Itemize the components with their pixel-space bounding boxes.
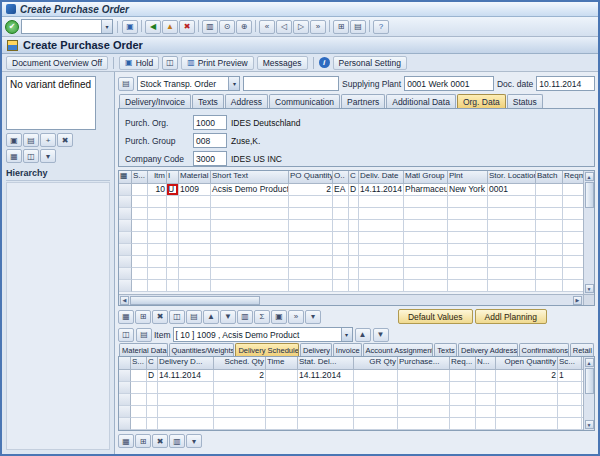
messages-button[interactable]: Messages: [257, 56, 308, 70]
cell-reqmt-no[interactable]: [563, 184, 583, 196]
cell-time[interactable]: [266, 370, 298, 382]
doc-date-field[interactable]: 10.11.2014: [536, 76, 595, 91]
scrollbar-thumb[interactable]: [585, 368, 594, 394]
window-titlebar[interactable]: Create Purchase Order: [2, 2, 598, 17]
print-icon[interactable]: ▥: [202, 20, 218, 34]
table-row-empty[interactable]: [119, 418, 583, 430]
tab-quantities-weights[interactable]: Quantities/Weights: [169, 343, 235, 356]
tree-options-icon[interactable]: ▾: [40, 149, 56, 163]
create-shortcut-icon[interactable]: ▤: [350, 20, 366, 34]
cell-cat[interactable]: D: [349, 184, 359, 196]
chevron-down-icon[interactable]: ▾: [228, 77, 239, 90]
detail-filter-icon[interactable]: ▥: [169, 434, 185, 448]
enter-icon[interactable]: ✔: [5, 20, 19, 34]
column-header[interactable]: Short Text: [211, 171, 289, 184]
tab-status[interactable]: Status: [507, 94, 543, 108]
tab-partners[interactable]: Partners: [341, 94, 385, 108]
cell-cat[interactable]: D: [147, 370, 158, 382]
item-row[interactable]: 10 U 1009 Acsis Demo Product 2 EA D 14.1…: [119, 184, 583, 196]
cell-status[interactable]: [131, 370, 147, 382]
document-icon[interactable]: ▤: [118, 77, 134, 91]
column-header[interactable]: Time: [266, 357, 298, 370]
scroll-right-icon[interactable]: ▶: [573, 296, 582, 305]
row-selector[interactable]: [119, 184, 132, 196]
command-field[interactable]: ▾: [21, 19, 113, 34]
cell-gr-qty[interactable]: [354, 370, 398, 382]
separator[interactable]: [329, 20, 330, 32]
export-icon[interactable]: »: [288, 310, 304, 324]
cell-purchase[interactable]: [398, 370, 450, 382]
next-item-icon[interactable]: ▼: [373, 328, 389, 342]
order-type-select[interactable]: Stock Transp. Order ▾: [137, 76, 240, 91]
cell-deliv-date[interactable]: 14.11.2014: [359, 184, 404, 196]
cell-stor-location[interactable]: 0001: [488, 184, 536, 196]
org-code-field[interactable]: 3000: [193, 151, 227, 166]
info-icon[interactable]: i: [319, 57, 330, 68]
variant-delete-icon[interactable]: ✖: [57, 133, 73, 147]
column-header[interactable]: Req...: [450, 357, 476, 370]
po-number-field[interactable]: [243, 76, 339, 91]
variant-list-icon[interactable]: ▤: [23, 133, 39, 147]
column-header[interactable]: GR Qty: [354, 357, 398, 370]
sum-icon[interactable]: Σ: [254, 310, 270, 324]
detail-insert-row-icon[interactable]: ⊞: [135, 434, 151, 448]
document-overview-button[interactable]: Document Overview Off: [6, 56, 108, 70]
addl-planning-button[interactable]: Addl Planning: [475, 309, 547, 324]
back-icon[interactable]: ◀: [145, 20, 161, 34]
previous-page-icon[interactable]: ◁: [276, 20, 292, 34]
cell-plant[interactable]: New York: [448, 184, 488, 196]
column-header[interactable]: Sched. Qty: [214, 357, 266, 370]
tab-communication[interactable]: Communication: [269, 94, 340, 108]
last-page-icon[interactable]: »: [310, 20, 326, 34]
schedule-row[interactable]: D 14.11.2014 2 14.11.2014 2 1: [119, 370, 583, 382]
tab-delivery-schedule[interactable]: Delivery Schedule: [235, 343, 299, 356]
table-row-empty[interactable]: [119, 256, 583, 268]
column-header[interactable]: Deliv. Date: [359, 171, 404, 184]
next-page-icon[interactable]: ▷: [293, 20, 309, 34]
copy-icon[interactable]: ◫: [162, 56, 178, 70]
scroll-left-icon[interactable]: ◀: [120, 296, 129, 305]
tab-retail[interactable]: Retail: [570, 343, 594, 356]
scrollbar-thumb[interactable]: [130, 296, 260, 305]
find-next-icon[interactable]: ⊕: [236, 20, 252, 34]
column-header[interactable]: Delivery D...: [158, 357, 214, 370]
separator[interactable]: [198, 20, 199, 32]
cell-n[interactable]: [476, 370, 496, 382]
table-row-empty[interactable]: [119, 232, 583, 244]
column-header[interactable]: Itm: [148, 171, 167, 184]
scroll-down-icon[interactable]: ▼: [585, 284, 594, 293]
supplying-plant-field[interactable]: 0001 Werk 0001: [404, 76, 494, 91]
table-settings-icon[interactable]: ▦: [118, 310, 134, 324]
item-select[interactable]: [ 10 ] 1009 , Acsis Demo Product ▾: [173, 327, 353, 342]
tab-delivery-address[interactable]: Delivery Address: [458, 343, 518, 356]
hierarchy-tree-area[interactable]: [6, 182, 110, 450]
exit-icon[interactable]: ▲: [162, 20, 178, 34]
expand-detail-icon[interactable]: ▤: [136, 328, 152, 342]
table-row-empty[interactable]: [119, 280, 583, 292]
column-header[interactable]: O..: [333, 171, 349, 184]
select-all-icon[interactable]: ▤: [186, 310, 202, 324]
column-header[interactable]: Purchase...: [398, 357, 450, 370]
find-icon[interactable]: ⊙: [219, 20, 235, 34]
column-header[interactable]: ▦: [119, 171, 132, 184]
cancel-icon[interactable]: ✖: [179, 20, 195, 34]
cell-status[interactable]: [132, 184, 148, 196]
table-row-empty[interactable]: [119, 394, 583, 406]
table-row-empty[interactable]: [119, 382, 583, 394]
separator[interactable]: [141, 20, 142, 32]
vertical-scrollbar[interactable]: ▲ ▼: [583, 171, 594, 294]
cell-batch[interactable]: [536, 184, 563, 196]
cell-item-category[interactable]: U: [167, 184, 179, 196]
cell-itm[interactable]: 10: [148, 184, 167, 196]
scroll-up-icon[interactable]: ▲: [585, 172, 594, 181]
collapse-detail-icon[interactable]: ◫: [118, 328, 134, 342]
cell-delivery-date[interactable]: 14.11.2014: [158, 370, 214, 382]
org-code-field[interactable]: 1000: [193, 115, 227, 130]
save-icon[interactable]: ▣: [122, 20, 138, 34]
cell-open-quantity[interactable]: 2: [496, 370, 558, 382]
column-header[interactable]: Sc...: [558, 357, 582, 370]
tab-account-assignment[interactable]: Account Assignment: [363, 343, 434, 356]
tab-texts[interactable]: Texts: [192, 94, 224, 108]
column-header[interactable]: N...: [476, 357, 496, 370]
column-header[interactable]: S...: [131, 357, 147, 370]
